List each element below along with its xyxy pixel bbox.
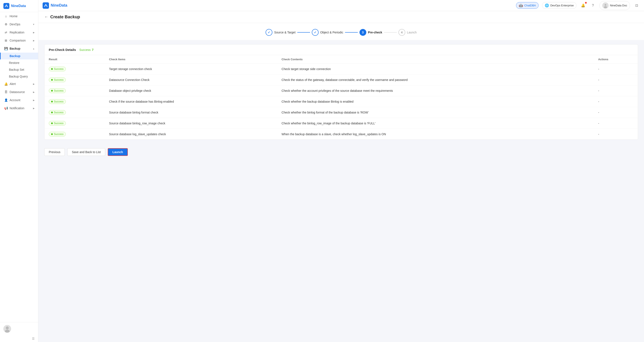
table-row: Success Datasource Connection Check Chec… [44, 74, 638, 86]
devops-icon: ⚙ [4, 22, 8, 26]
step-3-label: Pre-check [368, 31, 382, 34]
check-table: Result Check Items Check Contents Action… [44, 55, 638, 140]
account-chevron: ▶ [33, 99, 35, 101]
chatdba-button[interactable]: 🤖 ChatDBA [516, 2, 538, 9]
check-content-cell-3: Check whether the backup database Binlog… [277, 96, 594, 107]
launch-button[interactable]: Launch [108, 148, 128, 156]
notification-dot [585, 2, 587, 4]
alert-icon: 🔔 [4, 82, 8, 86]
check-item-cell-1: Datasource Connection Check [105, 74, 277, 86]
check-item-cell-0: Target storage connection check [105, 64, 277, 74]
replication-icon: ⇄ [4, 30, 8, 34]
table-row: Success Source database binlog format ch… [44, 107, 638, 118]
sidebar-menu-icon[interactable]: ☰ [0, 335, 38, 342]
step-4-circle: 4 [398, 29, 405, 36]
avatar-image [4, 325, 11, 333]
col-check-items: Check Items [105, 55, 277, 64]
connector-1-2 [297, 32, 310, 32]
table-row: Success Database object privilege check … [44, 86, 638, 96]
sidebar-item-comparison[interactable]: ⊞ Comparison ▶ [0, 36, 38, 44]
result-badge-1: Success [49, 78, 66, 82]
header-right: 🤖 ChatDBA 🌐 DevOps Enterprise 🔔 ? [516, 1, 640, 10]
action-cell-5: - [594, 118, 638, 129]
precheck-container: Pre-Check Details Success 7 Result Check… [44, 44, 638, 140]
header-logo-icon [42, 2, 49, 9]
result-cell-1: Success [44, 74, 105, 86]
ninedata-logo-icon [4, 3, 9, 9]
svg-point-2 [6, 326, 9, 330]
precheck-header: Pre-Check Details Success 7 [44, 44, 638, 55]
app-layout: NineData ⌂ Home ⚙ DevOps ▼ ⇄ Replication… [0, 0, 644, 342]
table-row: Success Target storage connection check … [44, 64, 638, 74]
success-dot-2 [51, 90, 53, 92]
result-cell-6: Success [44, 129, 105, 140]
col-result: Result [44, 55, 105, 64]
datasource-icon: 🗄 [4, 90, 8, 94]
result-badge-0: Success [49, 67, 66, 71]
sidebar-item-backup[interactable]: 💾 Backup ▲ [0, 44, 38, 52]
result-cell-3: Success [44, 96, 105, 107]
sidebar-item-backup-set[interactable]: Backup Set [0, 66, 38, 73]
account-icon: 👤 [4, 98, 8, 102]
sidebar-item-datasource[interactable]: 🗄 Datasource ▶ [0, 88, 38, 96]
step-object-periodic: ✓ Object & Periodic [312, 29, 343, 36]
page-header: ← Create Backup [38, 11, 644, 23]
step-2-label: Object & Periodic [320, 31, 343, 34]
table-row: Success Check if the source database has… [44, 96, 638, 107]
sidebar-user-area[interactable] [0, 322, 38, 335]
check-item-cell-2: Database object privilege check [105, 86, 277, 96]
success-dot-5 [51, 122, 53, 124]
svg-rect-0 [4, 3, 9, 9]
alert-chevron: ▶ [33, 83, 35, 85]
sidebar-item-backup-restore[interactable]: Restore [0, 60, 38, 66]
screen-icon-button[interactable]: ⊡ [633, 2, 640, 9]
user-avatar [602, 2, 609, 9]
previous-button[interactable]: Previous [44, 148, 65, 156]
sidebar-logo-text: NineData [11, 4, 26, 8]
devops-enterprise-button[interactable]: 🌐 DevOps Enterprise [542, 2, 576, 9]
connector-3-4 [384, 32, 397, 32]
action-cell-6: - [594, 129, 638, 140]
chatdba-icon: 🤖 [519, 4, 523, 8]
notification-bell-button[interactable]: 🔔 [580, 2, 586, 9]
sidebar-item-home[interactable]: ⌂ Home [0, 12, 38, 20]
ninedata-doc-button[interactable]: NineData Doc [600, 1, 630, 10]
check-item-cell-3: Check if the source database has Binlog … [105, 96, 277, 107]
result-badge-6: Success [49, 132, 66, 136]
save-back-button[interactable]: Save and Back to List [67, 148, 105, 156]
sidebar-item-account[interactable]: 👤 Account ▶ [0, 96, 38, 104]
help-button[interactable]: ? [590, 2, 596, 9]
back-button[interactable]: ← [44, 15, 48, 19]
user-avatar-image [603, 3, 608, 8]
table-body: Success Target storage connection check … [44, 64, 638, 140]
sidebar-item-notification[interactable]: 📢 Notification ▶ [0, 104, 38, 112]
content-area: ← Create Backup ✓ Source & Target ✓ [38, 11, 644, 342]
svg-rect-4 [42, 2, 49, 9]
result-badge-5: Success [49, 121, 66, 126]
footer-actions: Previous Save and Back to List Launch [38, 144, 644, 160]
check-content-cell-0: Check target storage side connection [277, 64, 594, 74]
result-cell-0: Success [44, 64, 105, 74]
result-badge-4: Success [49, 110, 66, 115]
svg-point-6 [604, 4, 606, 6]
precheck-title: Pre-Check Details [49, 48, 76, 52]
notification-icon: 📢 [4, 106, 8, 110]
step-4-label: Launch [407, 31, 417, 34]
sidebar-item-alert[interactable]: 🔔 Alert ▶ [0, 80, 38, 88]
action-cell-3: - [594, 96, 638, 107]
sidebar-item-replication[interactable]: ⇄ Replication ▶ [0, 28, 38, 36]
avatar [4, 325, 11, 333]
success-dot-1 [51, 79, 53, 81]
check-content-cell-1: Check the status of the gateway, databas… [277, 74, 594, 86]
action-cell-2: - [594, 86, 638, 96]
backup-sub-nav: Backup Restore Backup Set Backup Query [0, 52, 38, 80]
datasource-chevron: ▶ [33, 91, 35, 93]
header-logo: NineData [42, 2, 67, 9]
step-2-circle: ✓ [312, 29, 318, 36]
check-item-cell-4: Source database binlog format check [105, 107, 277, 118]
sidebar-item-backup-backup[interactable]: Backup [0, 52, 38, 60]
sidebar-item-devops[interactable]: ⚙ DevOps ▼ [0, 20, 38, 28]
step-pre-check: 3 Pre-check [360, 29, 382, 36]
sidebar-item-backup-query[interactable]: Backup Query [0, 73, 38, 80]
action-cell-4: - [594, 107, 638, 118]
